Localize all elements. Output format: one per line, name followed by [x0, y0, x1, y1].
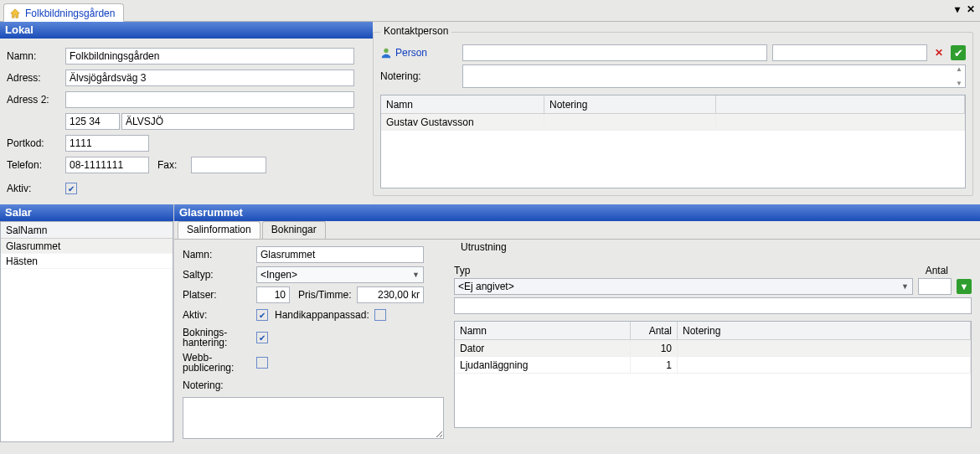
kontakt-cell-namn: Gustav Gustavsson: [381, 114, 544, 130]
lokal-fax-label: Fax:: [157, 159, 191, 171]
utr-typ-label: Typ: [454, 265, 470, 276]
sal-webb-label: Webb- publicering:: [183, 353, 256, 373]
person-input-2[interactable]: [772, 44, 927, 61]
lokal-adress2-label: Adress 2:: [7, 94, 65, 106]
person-icon: [380, 47, 392, 59]
utr-cell-antal: 1: [631, 357, 678, 373]
kontakt-row[interactable]: Gustav Gustavsson: [381, 114, 965, 131]
lokal-namn-label: Namn:: [7, 50, 65, 62]
kontakt-cell-notering: [544, 114, 716, 130]
kontakt-notering-label: Notering:: [380, 70, 457, 82]
kontakt-col-namn[interactable]: Namn: [381, 95, 544, 113]
chevron-down-icon: ▼: [412, 271, 420, 279]
utr-typ-value: <Ej angivet>: [458, 281, 514, 292]
utr-cell-notering: [678, 340, 971, 356]
utr-cell-namn: Dator: [455, 340, 631, 356]
minimize-icon[interactable]: ▾: [955, 3, 960, 15]
sal-notering-label: Notering:: [183, 379, 256, 391]
lokal-header: Lokal: [0, 22, 373, 39]
salar-item-0[interactable]: Glasrummet: [1, 239, 173, 254]
utr-col-namn[interactable]: Namn: [455, 322, 631, 339]
kontakt-col-extra[interactable]: [716, 95, 965, 113]
sal-namn-input[interactable]: [256, 246, 424, 263]
utrustning-box: Utrustning Typ Antal <Ej angivet> ▼ ▼: [454, 243, 972, 428]
person-label: Person: [395, 47, 427, 59]
utr-col-antal[interactable]: Antal: [631, 322, 678, 339]
salar-panel: Salar SalNamn Glasrummet Hästen: [0, 204, 174, 442]
tab-bokningar[interactable]: Bokningar: [262, 221, 326, 239]
salinfo-form: Namn: Saltyp: <Ingen> ▼ Platser:: [174, 240, 451, 446]
kontakt-legend: Kontaktperson: [380, 25, 451, 37]
kontakt-notering-input[interactable]: ▲▼: [462, 64, 966, 88]
glas-header: Glasrummet: [174, 204, 980, 221]
kontakt-cell-extra: [716, 114, 965, 130]
close-icon[interactable]: ✕: [967, 3, 975, 15]
lokal-adress-label: Adress:: [7, 72, 65, 84]
svg-marker-0: [11, 9, 20, 18]
utr-row-1[interactable]: Ljudanläggning 1: [455, 357, 971, 374]
sal-typ-select[interactable]: <Ingen> ▼: [256, 266, 424, 283]
lokal-aktiv-label: Aktiv:: [7, 183, 65, 194]
utr-antal-input[interactable]: [918, 278, 952, 295]
sal-pris-label: Pris/Timme:: [298, 289, 357, 301]
utr-filter-input[interactable]: [454, 297, 972, 314]
kontakt-panel: Kontaktperson Person ✕ ✔ Noteri: [373, 22, 980, 204]
sal-notering-input[interactable]: [183, 397, 444, 439]
sal-bokn-checkbox[interactable]: [256, 332, 268, 343]
lokal-panel: Lokal Namn: Adress: Adress 2:: [0, 22, 373, 204]
home-icon: [9, 8, 21, 19]
lokal-aktiv-checkbox[interactable]: [65, 183, 77, 194]
utr-antal-label: Antal: [926, 265, 948, 276]
sal-handi-label: Handikappanpassad:: [275, 309, 369, 321]
lokal-zip-input[interactable]: [65, 113, 120, 130]
utrustning-legend: Utrustning: [457, 241, 510, 253]
kontakt-grid[interactable]: Namn Notering Gustav Gustavsson: [380, 95, 966, 188]
tab-title: Folkbildningsgården: [25, 8, 115, 19]
glas-panel: Glasrummet Salinformation Bokningar Namn…: [174, 204, 980, 442]
utr-row-0[interactable]: Dator 10: [455, 340, 971, 357]
svg-point-1: [384, 49, 388, 53]
scrollbar-icon[interactable]: ▲▼: [953, 65, 965, 87]
tab-salinfo[interactable]: Salinformation: [178, 221, 260, 239]
lokal-telefon-label: Telefon:: [7, 159, 65, 171]
sal-namn-label: Namn:: [183, 249, 256, 261]
sal-typ-label: Saltyp:: [183, 269, 256, 281]
lokal-telefon-input[interactable]: [65, 157, 149, 173]
chevron-down-icon: ▼: [901, 282, 909, 291]
lokal-namn-input[interactable]: [65, 48, 354, 64]
salar-item-1[interactable]: Hästen: [1, 254, 173, 269]
sal-webb-checkbox[interactable]: [256, 357, 268, 369]
clear-icon[interactable]: ✕: [932, 46, 946, 59]
utr-cell-antal: 10: [631, 340, 678, 356]
utr-typ-select[interactable]: <Ej angivet> ▼: [454, 278, 913, 295]
kontakt-col-notering[interactable]: Notering: [544, 95, 716, 113]
utr-cell-notering: [678, 357, 971, 373]
person-link[interactable]: Person: [380, 47, 457, 59]
sal-platser-label: Platser:: [183, 289, 256, 301]
utr-col-notering[interactable]: Notering: [678, 322, 971, 339]
lokal-city-input[interactable]: [121, 113, 354, 130]
lokal-adress2-input[interactable]: [65, 91, 354, 108]
lokal-adress-input[interactable]: [65, 70, 354, 86]
sal-pris-input[interactable]: [357, 286, 424, 303]
utr-cell-namn: Ljudanläggning: [455, 357, 631, 373]
add-down-icon[interactable]: ▼: [957, 279, 972, 294]
sal-typ-value: <Ingen>: [260, 269, 297, 281]
sal-aktiv-label: Aktiv:: [183, 309, 256, 321]
sal-platser-input[interactable]: [256, 286, 290, 303]
sal-bokn-label: Boknings- hantering:: [183, 328, 256, 348]
lokal-portkod-label: Portkod:: [7, 137, 65, 149]
person-input-1[interactable]: [462, 44, 767, 61]
utr-grid[interactable]: Namn Antal Notering Dator 10 Ljudanläggn…: [454, 321, 972, 428]
sal-handi-checkbox[interactable]: [374, 309, 386, 321]
salar-col[interactable]: SalNamn: [1, 222, 173, 239]
sal-aktiv-checkbox[interactable]: [256, 309, 268, 321]
tab-main[interactable]: Folkbildningsgården: [3, 3, 124, 22]
confirm-icon[interactable]: ✔: [951, 45, 966, 60]
lokal-portkod-input[interactable]: [65, 135, 149, 152]
tabstrip: Folkbildningsgården ▾ ✕: [0, 0, 980, 22]
salar-header: Salar: [0, 204, 173, 221]
lokal-fax-input[interactable]: [191, 157, 266, 173]
glas-tabs: Salinformation Bokningar: [174, 221, 980, 240]
salar-list[interactable]: SalNamn Glasrummet Hästen: [0, 221, 173, 442]
